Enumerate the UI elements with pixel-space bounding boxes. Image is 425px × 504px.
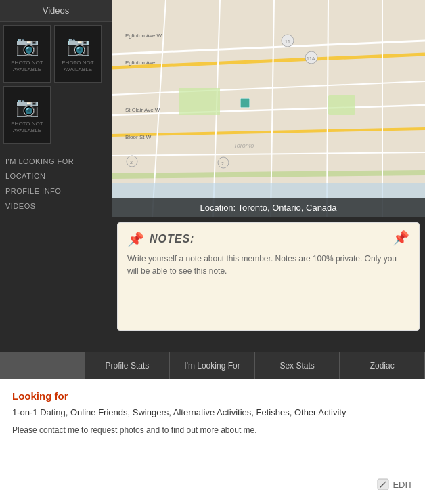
svg-rect-15 bbox=[328, 95, 355, 115]
svg-text:Eglinton Ave: Eglinton Ave bbox=[125, 60, 156, 66]
svg-text:2: 2 bbox=[130, 160, 133, 165]
svg-text:Toronto: Toronto bbox=[233, 142, 254, 149]
tab-profile-stats[interactable]: Profile Stats bbox=[85, 352, 171, 379]
notes-body[interactable]: Write yourself a note about this member.… bbox=[127, 253, 409, 277]
notes-title: Notes: bbox=[150, 233, 194, 245]
svg-text:11: 11 bbox=[285, 39, 290, 44]
photo-not-avail-label-1: PHOTO NOTAVAILABLE bbox=[11, 60, 43, 74]
pin-right-icon: 📌 bbox=[393, 230, 409, 246]
videos-header: Videos bbox=[0, 0, 112, 22]
main-content: Eglinton Ave W Eglinton Ave St Clair Ave… bbox=[112, 0, 425, 352]
map-container: Eglinton Ave W Eglinton Ave St Clair Ave… bbox=[112, 0, 425, 217]
edit-button[interactable]: EDIT bbox=[377, 478, 413, 490]
nav-location[interactable]: LOCATION bbox=[0, 169, 112, 184]
nav-looking-for[interactable]: I'M LOOKING FOR bbox=[0, 154, 112, 169]
nav-videos[interactable]: VIDEOS bbox=[0, 198, 112, 213]
tab-sex-stats[interactable]: Sex Stats bbox=[255, 352, 340, 379]
photo-thumb-3[interactable]: 📷 PHOTO NOTAVAILABLE bbox=[3, 86, 51, 144]
svg-text:St Clair Ave W: St Clair Ave W bbox=[125, 107, 160, 113]
tab-zodiac[interactable]: Zodiac bbox=[340, 352, 425, 379]
tab-blank[interactable] bbox=[0, 352, 85, 379]
edit-icon bbox=[377, 478, 389, 490]
svg-text:11A: 11A bbox=[307, 56, 315, 61]
nav-profile-info[interactable]: PROFILE INFO bbox=[0, 184, 112, 198]
svg-rect-16 bbox=[240, 98, 250, 108]
photo-thumb-2[interactable]: 📷 PHOTO NOTAVAILABLE bbox=[54, 25, 102, 83]
photo-not-avail-label-3: PHOTO NOTAVAILABLE bbox=[11, 121, 43, 135]
tab-looking-for[interactable]: I'm Looking For bbox=[170, 352, 255, 379]
looking-for-title: Looking for bbox=[12, 390, 413, 402]
map-location-text: Location: Toronto, Ontario, Canada bbox=[200, 203, 336, 213]
photo-not-avail-icon-2: 📷 bbox=[66, 35, 90, 57]
contact-text: Please contact me to request photos and … bbox=[12, 425, 413, 435]
photo-grid: 📷 PHOTO NOTAVAILABLE 📷 PHOTO NOTAVAILABL… bbox=[0, 22, 112, 147]
photo-not-avail-label-2: PHOTO NOTAVAILABLE bbox=[62, 60, 93, 74]
map-location-bar: Location: Toronto, Ontario, Canada bbox=[112, 198, 425, 217]
svg-line-7 bbox=[112, 173, 425, 176]
tabs-bar: Profile Stats I'm Looking For Sex Stats … bbox=[0, 352, 425, 379]
looking-for-list: 1-on-1 Dating, Online Friends, Swingers,… bbox=[12, 407, 413, 417]
svg-text:Bloor St W: Bloor St W bbox=[125, 134, 152, 140]
pin-left-icon: 📌 bbox=[127, 231, 144, 247]
edit-label: EDIT bbox=[393, 480, 413, 490]
photo-thumb-1[interactable]: 📷 PHOTO NOTAVAILABLE bbox=[3, 25, 51, 83]
svg-text:2: 2 bbox=[221, 161, 224, 166]
sidebar-nav: I'M LOOKING FOR LOCATION PROFILE INFO VI… bbox=[0, 154, 112, 213]
photo-not-avail-icon-1: 📷 bbox=[16, 35, 39, 57]
bottom-content: Looking for 1-on-1 Dating, Online Friend… bbox=[0, 379, 425, 504]
notes-header: 📌 Notes: bbox=[127, 231, 409, 247]
svg-rect-14 bbox=[179, 88, 220, 115]
left-sidebar: Videos 📷 PHOTO NOTAVAILABLE 📷 PHOTO NOTA… bbox=[0, 0, 112, 352]
notes-container: 📌 Notes: 📌 Write yourself a note about t… bbox=[117, 222, 420, 331]
photo-not-avail-icon-3: 📷 bbox=[16, 96, 39, 118]
svg-text:Eglinton Ave W: Eglinton Ave W bbox=[125, 33, 162, 39]
